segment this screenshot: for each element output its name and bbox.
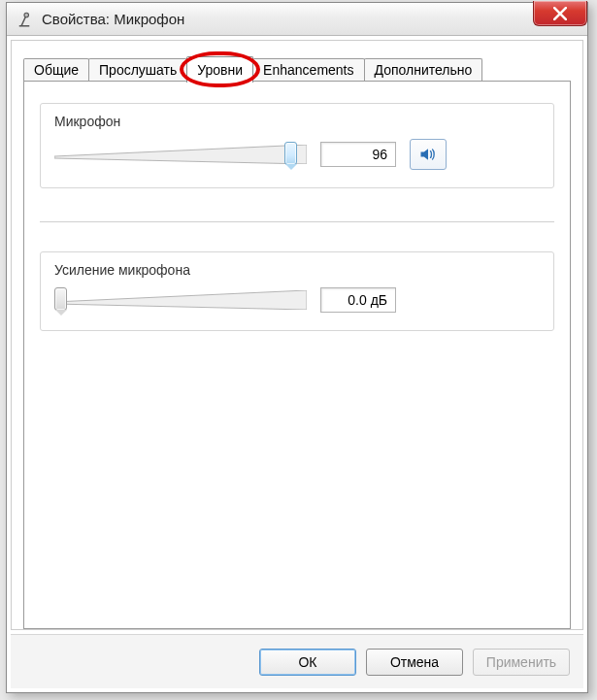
tab-pane-levels: Микрофон 96	[23, 81, 571, 629]
close-icon	[553, 7, 567, 20]
svg-marker-4	[54, 290, 307, 310]
tabstrip: Общие Прослушать Уровни Enhancements Доп…	[23, 54, 571, 82]
svg-marker-3	[54, 145, 307, 164]
microphone-boost-label: Усиление микрофона	[54, 262, 540, 278]
tab-enhancements[interactable]: Enhancements	[252, 58, 364, 82]
cancel-button[interactable]: Отмена	[366, 649, 463, 676]
ok-button[interactable]: ОК	[259, 649, 356, 676]
tab-advanced[interactable]: Дополнительно	[364, 58, 483, 82]
microphone-boost-value[interactable]: 0.0 дБ	[320, 287, 396, 313]
microphone-level-value[interactable]: 96	[320, 142, 396, 167]
microphone-boost-group: Усиление микрофона 0.0 дБ	[40, 251, 554, 331]
tab-general[interactable]: Общие	[23, 58, 89, 82]
slider-thumb[interactable]	[54, 287, 67, 311]
microphone-level-slider[interactable]	[54, 142, 307, 167]
apply-button[interactable]: Применить	[473, 649, 570, 676]
microphone-level-group: Микрофон 96	[40, 103, 554, 188]
tab-levels[interactable]: Уровни	[186, 56, 253, 83]
divider	[40, 221, 554, 222]
microphone-boost-slider[interactable]	[54, 287, 307, 313]
slider-thumb[interactable]	[284, 142, 297, 165]
close-button[interactable]	[533, 1, 587, 26]
tab-listen[interactable]: Прослушать	[88, 58, 187, 82]
speaker-icon	[418, 145, 438, 164]
svg-line-1	[21, 17, 26, 26]
window-title: Свойства: Микрофон	[42, 11, 184, 27]
mute-button[interactable]	[410, 139, 447, 170]
mic-stand-icon	[13, 8, 36, 31]
microphone-level-label: Микрофон	[54, 114, 540, 129]
svg-point-2	[24, 13, 29, 17]
client-area: Общие Прослушать Уровни Enhancements Доп…	[11, 40, 583, 630]
dialog-footer: ОК Отмена Применить	[11, 634, 583, 688]
properties-window: Свойства: Микрофон Общие Прослушать Уров…	[6, 2, 588, 693]
titlebar[interactable]: Свойства: Микрофон	[7, 3, 587, 36]
